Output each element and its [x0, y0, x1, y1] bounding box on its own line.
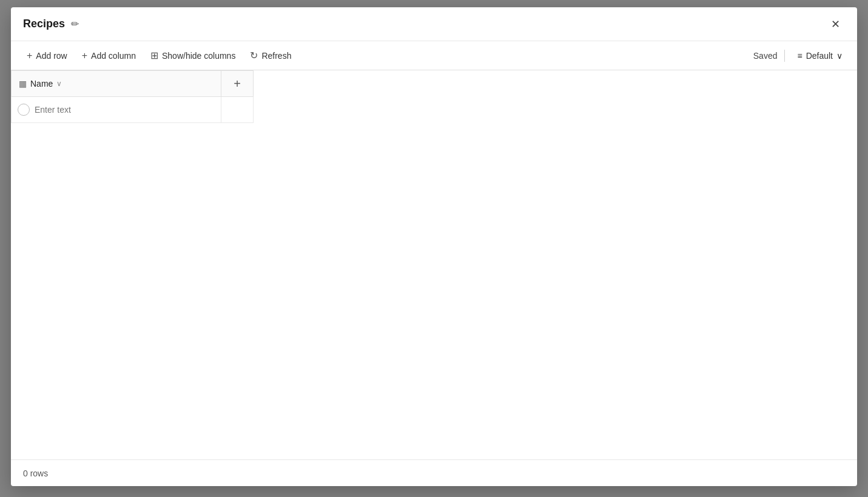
saved-status: Saved — [753, 51, 778, 61]
name-col-label: Name — [30, 79, 53, 88]
view-lines-icon: ≡ — [797, 51, 802, 61]
add-row-label: Add row — [36, 51, 67, 61]
add-column-button[interactable]: + Add column — [76, 47, 142, 65]
close-icon: ✕ — [831, 18, 840, 31]
name-col-icon: ▦ — [19, 79, 27, 88]
name-input[interactable] — [35, 105, 156, 115]
name-cell[interactable] — [12, 97, 221, 123]
add-column-label: Add column — [91, 51, 136, 61]
show-hide-columns-button[interactable]: ⊞ Show/hide columns — [144, 46, 241, 65]
sort-chevron-icon: ∨ — [56, 79, 62, 88]
add-column-icon: + — [82, 50, 87, 61]
toolbar: + Add row + Add column ⊞ Show/hide colum… — [11, 41, 857, 70]
add-column-header: + — [221, 71, 254, 97]
show-hide-columns-label: Show/hide columns — [162, 51, 235, 61]
recipes-dialog: Recipes ✏ ✕ + Add row + Add column ⊞ Sho… — [11, 7, 857, 486]
add-row-button[interactable]: + Add row — [21, 47, 73, 65]
refresh-icon: ↻ — [250, 50, 258, 61]
chevron-down-icon: ∨ — [836, 51, 843, 61]
default-view-label: Default — [806, 51, 833, 61]
data-table: ▦ Name ∨ + — [11, 70, 254, 123]
dialog-header: Recipes ✏ ✕ — [11, 7, 857, 41]
toolbar-right: Saved ≡ Default ∨ — [753, 48, 847, 63]
refresh-button[interactable]: ↻ Refresh — [244, 46, 297, 65]
rows-count: 0 rows — [23, 469, 48, 478]
add-col-cell — [221, 97, 254, 123]
add-row-icon: + — [27, 50, 32, 61]
row-select-circle[interactable] — [18, 104, 30, 116]
name-column-header[interactable]: ▦ Name ∨ — [12, 71, 221, 97]
table-area: ▦ Name ∨ + — [11, 70, 857, 459]
dialog-footer: 0 rows — [11, 459, 857, 486]
add-col-plus-icon: + — [234, 77, 241, 91]
edit-title-icon[interactable]: ✏ — [71, 18, 79, 30]
table-row — [12, 97, 254, 123]
default-view-button[interactable]: ≡ Default ∨ — [792, 48, 847, 63]
close-button[interactable]: ✕ — [826, 15, 845, 34]
columns-icon: ⊞ — [150, 50, 158, 61]
dialog-title: Recipes — [23, 18, 65, 30]
refresh-label: Refresh — [261, 51, 291, 61]
toolbar-view-separator — [784, 50, 785, 62]
add-column-header-button[interactable]: + — [221, 71, 253, 96]
